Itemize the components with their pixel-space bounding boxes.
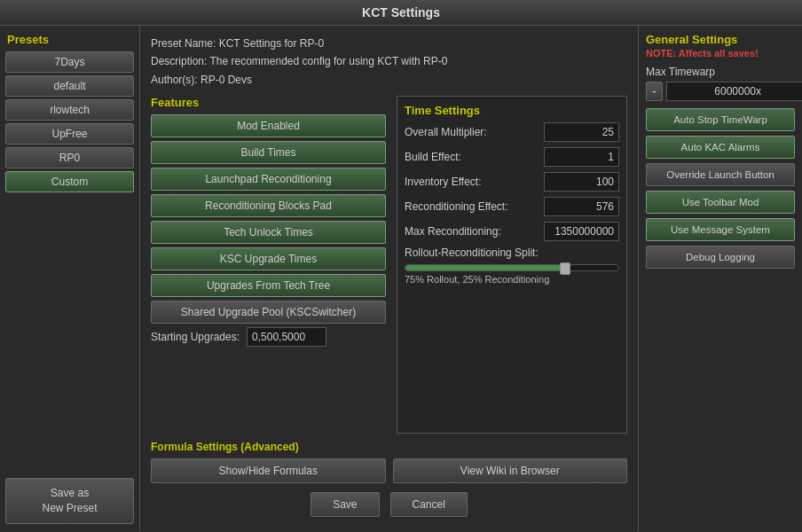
rollout-label: Rollout-Reconditioning Split: <box>405 246 619 259</box>
preset-author-label: Author(s): <box>151 74 198 86</box>
feature-btn-build-times[interactable]: Build Times <box>151 141 386 164</box>
general-btn-auto-stop-timewarp[interactable]: Auto Stop TimeWarp <box>646 108 795 131</box>
general-btn-debug-logging[interactable]: Debug Logging <box>646 246 795 269</box>
feature-btn-mod-enabled[interactable]: Mod Enabled <box>151 114 386 137</box>
formula-settings-title: Formula Settings (Advanced) <box>151 441 627 453</box>
cancel-button[interactable]: Cancel <box>390 492 468 517</box>
time-field-input[interactable] <box>544 172 619 192</box>
slider-label: 75% Rollout, 25% Reconditioning <box>405 274 619 285</box>
time-field-input[interactable] <box>544 122 619 142</box>
view-wiki-button[interactable]: View Wiki in Browser <box>393 458 628 483</box>
center-panel: Preset Name: KCT Settings for RP-0 Descr… <box>140 26 638 531</box>
feature-btn-shared-upgrade-pool-kscswitcher[interactable]: Shared Upgrade Pool (KSCSwitcher) <box>151 301 386 324</box>
bottom-buttons: Save Cancel <box>151 483 627 522</box>
max-timewarp-label: Max Timewarp <box>646 66 795 78</box>
time-field-row: Build Effect: <box>405 147 619 167</box>
time-fields: Overall Multiplier:Build Effect:Inventor… <box>405 122 619 241</box>
feature-btn-ksc-upgrade-times[interactable]: KSC Upgrade Times <box>151 247 386 270</box>
rollout-label-row: Rollout-Reconditioning Split: <box>405 246 619 259</box>
general-settings-note: NOTE: Affects all saves! <box>646 48 795 59</box>
starting-upgrades-row: Starting Upgrades: <box>151 327 386 347</box>
timewarp-row: - + <box>646 82 795 101</box>
formula-section: Formula Settings (Advanced) Show/Hide Fo… <box>151 441 627 483</box>
general-btn-override-launch-button[interactable]: Override Launch Button <box>646 163 795 186</box>
general-btn-use-toolbar-mod[interactable]: Use Toolbar Mod <box>646 191 795 214</box>
preset-desc-value: The recommended config for using KCT wit… <box>209 55 447 67</box>
preset-btn-custom[interactable]: Custom <box>5 171 134 192</box>
preset-btn-rp0[interactable]: RP0 <box>5 147 134 168</box>
save-as-new-preset-button[interactable]: Save as New Preset <box>5 478 134 524</box>
features-column: Features Mod EnabledBuild TimesLaunchpad… <box>151 96 386 434</box>
save-button[interactable]: Save <box>311 492 379 517</box>
time-field-row: Inventory Effect: <box>405 172 619 192</box>
time-field-label: Inventory Effect: <box>405 176 540 188</box>
time-field-input[interactable] <box>544 222 619 241</box>
feature-buttons: Mod EnabledBuild TimesLaunchpad Recondit… <box>151 114 386 324</box>
show-hide-formulas-button[interactable]: Show/Hide Formulas <box>151 458 386 483</box>
preset-name-label: Preset Name: <box>151 37 216 50</box>
preset-btn-7days[interactable]: 7Days <box>5 51 134 73</box>
presets-title: Presets <box>5 33 134 46</box>
starting-upgrades-input[interactable] <box>247 327 326 347</box>
time-field-row: Max Reconditioning: <box>405 222 619 241</box>
feature-btn-upgrades-from-tech-tree[interactable]: Upgrades From Tech Tree <box>151 274 386 297</box>
window-title: KCT Settings <box>0 0 802 26</box>
time-field-row: Overall Multiplier: <box>405 122 619 142</box>
time-field-label: Reconditioning Effect: <box>405 200 540 213</box>
right-panel: General Settings NOTE: Affects all saves… <box>638 26 802 531</box>
time-field-input[interactable] <box>544 197 619 216</box>
preset-name-value: KCT Settings for RP-0 <box>219 37 325 50</box>
presets-list: 7DaysdefaultrlowtechUpFreeRP0Custom <box>5 51 134 195</box>
general-btn-auto-kac-alarms[interactable]: Auto KAC Alarms <box>646 136 795 159</box>
feature-btn-launchpad-reconditioning[interactable]: Launchpad Reconditioning <box>151 168 386 191</box>
rollout-slider[interactable]: 75% Rollout, 25% Reconditioning <box>405 264 619 285</box>
preset-author-value: RP-0 Devs <box>200 74 252 86</box>
feature-btn-reconditioning-blocks-pad[interactable]: Reconditioning Blocks Pad <box>151 194 386 217</box>
preset-desc-label: Description: <box>151 55 207 67</box>
time-field-input[interactable] <box>544 147 619 167</box>
time-field-label: Overall Multiplier: <box>405 126 540 138</box>
general-buttons: Auto Stop TimeWarpAuto KAC AlarmsOverrid… <box>646 108 795 273</box>
time-settings-column: Time Settings Overall Multiplier:Build E… <box>397 96 627 434</box>
general-btn-use-message-system[interactable]: Use Message System <box>646 218 795 241</box>
time-field-label: Max Reconditioning: <box>405 225 540 238</box>
preset-info: Preset Name: KCT Settings for RP-0 Descr… <box>151 35 627 89</box>
timewarp-minus-button[interactable]: - <box>646 82 663 101</box>
feature-btn-tech-unlock-times[interactable]: Tech Unlock Times <box>151 221 386 244</box>
preset-btn-default[interactable]: default <box>5 75 134 97</box>
general-settings-title: General Settings <box>646 33 795 46</box>
sidebar: Presets 7DaysdefaultrlowtechUpFreeRP0Cus… <box>0 26 140 531</box>
features-title: Features <box>151 96 386 109</box>
preset-btn-rlowtech[interactable]: rlowtech <box>5 99 134 121</box>
timewarp-input[interactable] <box>666 82 802 101</box>
time-field-label: Build Effect: <box>405 151 540 163</box>
time-settings-title: Time Settings <box>405 104 619 117</box>
time-field-row: Reconditioning Effect: <box>405 197 619 216</box>
preset-btn-upfree[interactable]: UpFree <box>5 123 134 145</box>
starting-upgrades-label: Starting Upgrades: <box>151 331 240 343</box>
